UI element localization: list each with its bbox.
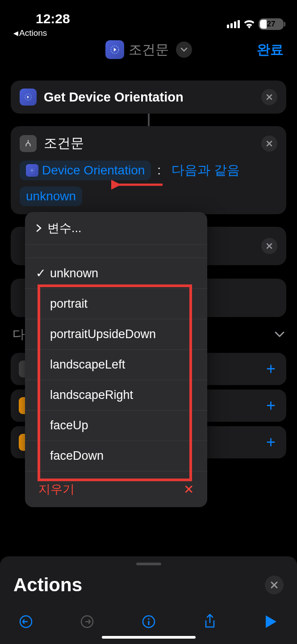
- dropdown-variables-item[interactable]: 변수...: [25, 212, 207, 245]
- close-icon: [266, 93, 273, 101]
- play-icon: [265, 614, 277, 629]
- battery-percent: 27: [267, 20, 276, 29]
- actions-bottom-sheet: Actions: [0, 556, 297, 644]
- cellular-signal-icon: [227, 20, 240, 28]
- info-button[interactable]: [140, 613, 158, 631]
- check-icon: ✓: [36, 266, 45, 280]
- sheet-title: Actions: [13, 574, 82, 596]
- variable-app-icon: [26, 164, 38, 177]
- share-button[interactable]: [201, 613, 219, 631]
- undo-button[interactable]: [17, 613, 35, 631]
- plus-icon: +: [266, 433, 276, 452]
- condition-operator[interactable]: 다음과 같음: [167, 159, 244, 182]
- plus-icon: +: [266, 396, 276, 415]
- action-app-icon: [20, 89, 37, 106]
- dropdown-variables-label: 변수...: [47, 220, 82, 236]
- dropdown-option-landscapeRight[interactable]: landscapeRight: [25, 380, 207, 411]
- action-connector: [148, 114, 150, 126]
- condition-value-token[interactable]: unknown: [20, 186, 82, 206]
- dropdown-option-landscapeLeft[interactable]: landscapeLeft: [25, 350, 207, 380]
- action-get-device-orientation[interactable]: Get Device Orientation: [11, 80, 286, 114]
- remove-block-button[interactable]: [261, 238, 277, 254]
- page-title: 조건문: [129, 41, 169, 59]
- condition-variable-token[interactable]: Device Orientation: [20, 161, 151, 180]
- home-indicator[interactable]: [102, 636, 196, 639]
- dropdown-option-unknown[interactable]: ✓ unknown: [25, 258, 207, 289]
- condition-icon: [20, 135, 37, 152]
- chevron-right-icon: [36, 224, 42, 233]
- remove-condition-button[interactable]: [261, 136, 277, 152]
- action-title: Get Device Orientation: [44, 90, 261, 105]
- close-icon: [266, 140, 273, 147]
- dropdown-option-portrait[interactable]: portrait: [25, 289, 207, 319]
- toolbar: [13, 613, 284, 631]
- title-dropdown-button[interactable]: [176, 42, 192, 58]
- option-label: unknown: [50, 267, 98, 280]
- close-icon: [270, 581, 278, 589]
- next-step-label: 다: [13, 326, 25, 343]
- value-picker-dropdown: 변수... ✓ unknown portrait portraitUpsideD…: [25, 212, 207, 507]
- condition-block[interactable]: 조건문 Device Orientation : 다음과 같음: [11, 126, 286, 214]
- option-label: landscapeRight: [50, 388, 133, 402]
- dropdown-spacer: [25, 245, 207, 258]
- remove-action-button[interactable]: [261, 89, 277, 105]
- redo-button[interactable]: [78, 613, 96, 631]
- status-bar: 12:28 ◀ Actions 27: [0, 0, 297, 36]
- dropdown-option-faceUp[interactable]: faceUp: [25, 411, 207, 441]
- info-icon: [142, 614, 156, 629]
- dropdown-clear-button[interactable]: 지우기: [38, 481, 75, 497]
- sheet-close-button[interactable]: [265, 576, 284, 594]
- status-indicators: 27: [227, 18, 284, 30]
- svg-rect-8: [148, 621, 149, 625]
- play-button[interactable]: [262, 613, 280, 631]
- shortcut-app-icon: [105, 40, 124, 59]
- navigation-bar: 조건문 완료: [0, 36, 297, 67]
- battery-indicator: 27: [259, 18, 284, 30]
- condition-separator: :: [157, 163, 161, 178]
- option-label: faceDown: [50, 449, 104, 463]
- chevron-down-icon[interactable]: [275, 331, 284, 338]
- wifi-icon: [243, 20, 255, 29]
- dropdown-option-portraitUpsideDown[interactable]: portraitUpsideDown: [25, 319, 207, 350]
- option-label: portrait: [50, 297, 88, 311]
- share-icon: [203, 614, 217, 630]
- dropdown-option-faceDown[interactable]: faceDown: [25, 441, 207, 471]
- svg-point-7: [148, 618, 150, 620]
- dropdown-close-button[interactable]: ✕: [184, 482, 194, 497]
- done-button[interactable]: 완료: [257, 41, 284, 59]
- status-time: 12:28: [36, 11, 70, 26]
- option-label: landscapeLeft: [50, 358, 125, 372]
- close-icon: [266, 242, 273, 250]
- undo-icon: [19, 614, 33, 629]
- plus-icon: +: [266, 360, 276, 378]
- variable-name: Device Orientation: [42, 163, 145, 178]
- condition-title: 조건문: [44, 134, 84, 153]
- chevron-down-icon: [180, 47, 188, 52]
- option-label: portraitUpsideDown: [50, 327, 156, 341]
- option-label: faceUp: [50, 419, 88, 432]
- sheet-grabber[interactable]: [136, 563, 161, 565]
- redo-icon: [80, 614, 94, 629]
